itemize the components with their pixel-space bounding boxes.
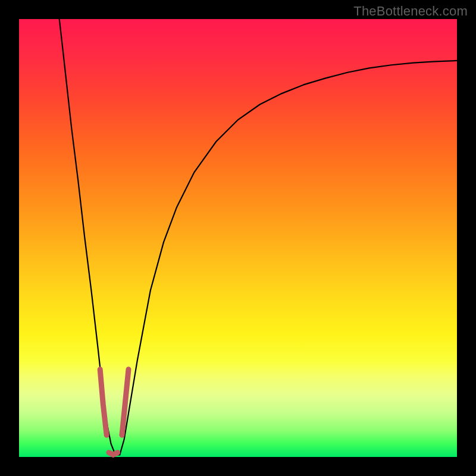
chart-frame: TheBottleneck.com <box>0 0 476 476</box>
curve-svg <box>19 19 457 457</box>
curve-marker <box>109 453 118 455</box>
plot-area <box>19 19 457 457</box>
bottleneck-curve <box>60 19 457 455</box>
curve-marker <box>100 369 107 435</box>
marker-group <box>100 369 129 455</box>
curve-marker <box>122 369 129 435</box>
watermark-text: TheBottleneck.com <box>353 4 468 19</box>
